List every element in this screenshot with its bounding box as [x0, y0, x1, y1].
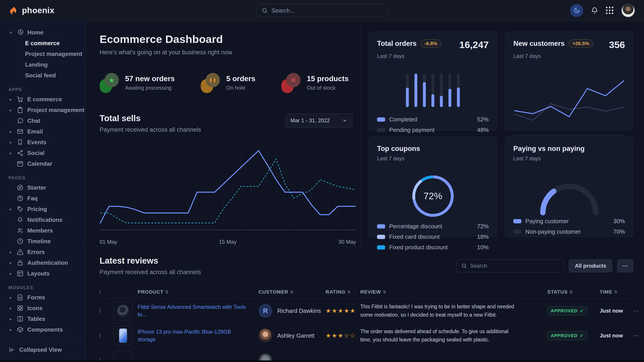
phoenix-flame-icon	[9, 5, 19, 15]
bell-icon	[16, 216, 24, 223]
brand-logo[interactable]: phoenix	[9, 5, 54, 15]
sidebar-item-errors[interactable]: ▸ Errors	[0, 247, 86, 257]
row-checkbox[interactable]	[100, 358, 100, 361]
notifications-button[interactable]	[591, 7, 598, 14]
stat-caption: On hold	[226, 85, 255, 91]
collapse-sidebar-button[interactable]: Collapsed View	[0, 339, 86, 361]
column-header-time[interactable]: TIME⇅	[588, 289, 633, 295]
table-row: Fitbit Sense Advanced Smartwatch with To…	[100, 299, 633, 323]
customer-cell[interactable]: Ashley Garrett	[258, 329, 326, 343]
legend-label: Paying customer	[526, 218, 569, 225]
sidebar-item-calendar[interactable]: Calendar	[0, 158, 86, 169]
sidebar-item-components[interactable]: ▸ Components	[0, 324, 86, 335]
stat-caption: Out of stock	[307, 85, 349, 91]
sidebar-item-social[interactable]: ▸ Social	[0, 148, 86, 158]
sidebar-item-chat[interactable]: Chat	[0, 115, 86, 126]
sidebar-item-landing[interactable]: Landing	[0, 59, 86, 70]
total-sells-x-axis: 01 May 15 May 30 May	[100, 239, 356, 245]
product-link[interactable]: Fitbit Sense Advanced Smartwatch with To…	[138, 303, 258, 318]
sidebar-item-tables[interactable]: ▸ Tables	[0, 314, 86, 324]
x-icon: ✕	[281, 72, 301, 93]
sidebar-item-email[interactable]: ▸ Email	[0, 126, 86, 137]
chat-icon	[16, 117, 24, 124]
sidebar-section-modules: MODULES	[8, 285, 86, 290]
card-value: 356	[609, 39, 625, 50]
reviews-subtitle: Payment received across all channels	[100, 269, 201, 276]
customer-avatar	[258, 354, 272, 361]
user-avatar[interactable]	[621, 3, 635, 17]
orders-bar-chart	[377, 73, 489, 107]
global-search[interactable]	[256, 4, 388, 17]
sidebar-item-e-commerce-app[interactable]: ▸ E commerce	[0, 94, 86, 105]
customer-cell[interactable]: R Richard Dawkins	[258, 304, 326, 318]
stat-caption: Awating processing	[125, 85, 175, 91]
chevron-right-icon: ▸	[8, 327, 13, 332]
sidebar-item-authentication[interactable]: ▸ Authentication	[0, 257, 86, 268]
clipboard-icon	[16, 106, 24, 114]
grid-icon	[16, 305, 24, 312]
sidebar-item-label: Chat	[27, 117, 40, 124]
sidebar-item-project-management-home[interactable]: Project management	[0, 48, 86, 59]
sidebar-item-label: Members	[27, 227, 53, 234]
sidebar-item-label: Faq	[27, 195, 38, 202]
reviews-title: Latest reviews	[100, 256, 201, 266]
all-products-button[interactable]: All products	[569, 259, 612, 272]
sidebar-section-pages: PAGES	[8, 175, 86, 180]
sidebar-item-e-commerce-home[interactable]: E commerce	[0, 38, 86, 48]
theme-toggle-button[interactable]	[570, 4, 583, 17]
sidebar-item-social-feed[interactable]: Social feed	[0, 70, 86, 81]
search-icon	[461, 263, 467, 269]
column-header-review[interactable]: REVIEW⇅	[360, 289, 535, 295]
pie-chart-icon	[16, 29, 24, 36]
sidebar-item-label: Starter	[27, 184, 46, 191]
apps-grid-button[interactable]	[606, 7, 614, 14]
column-header-customer[interactable]: CUSTOMER⇅	[258, 289, 326, 295]
sidebar-item-members[interactable]: Members	[0, 225, 86, 236]
sidebar-item-layouts[interactable]: ▸ Layouts	[0, 268, 86, 279]
sidebar-item-notifications[interactable]: Notifications	[0, 214, 86, 225]
reviews-more-button[interactable]: ⋯	[617, 259, 633, 272]
sidebar-item-project-management-app[interactable]: ▸ Project management	[0, 105, 86, 115]
sidebar-item-label: E commerce	[25, 40, 60, 47]
legend-swatch	[377, 235, 385, 239]
column-header-rating[interactable]: RATING⇅	[326, 289, 360, 295]
alert-triangle-icon	[16, 248, 24, 256]
column-header-status[interactable]: STATUS⇅	[535, 289, 588, 295]
row-menu-button[interactable]: ⋯	[633, 332, 642, 339]
sidebar-item-home[interactable]: ▾ Home	[0, 27, 86, 38]
row-menu-button[interactable]: ⋯	[633, 308, 642, 314]
row-checkbox[interactable]	[100, 308, 100, 313]
chevron-right-icon: ▸	[8, 260, 13, 265]
row-checkbox[interactable]	[100, 333, 100, 338]
search-input[interactable]	[272, 7, 382, 14]
sidebar-item-forms[interactable]: ▸ Forms	[0, 292, 86, 303]
sidebar-item-pricing[interactable]: ▸ Pricing	[0, 204, 86, 214]
reviews-search[interactable]	[456, 259, 564, 272]
legend-value: 70%	[613, 228, 625, 235]
sidebar-item-icons[interactable]: ▸ Icons	[0, 303, 86, 314]
card-title: New customers	[513, 39, 564, 48]
sidebar-nav: ▾ Home E commerce Project management Lan…	[0, 27, 86, 338]
reviews-search-input[interactable]	[470, 263, 559, 269]
sidebar-item-events[interactable]: ▸ Events	[0, 137, 86, 148]
legend-fixed-card-discount: Fixed card discount 18%	[377, 233, 489, 240]
card-period: Last 7 days	[377, 155, 489, 162]
sidebar-item-label: Project management	[27, 107, 84, 114]
sidebar-item-label: Errors	[27, 249, 45, 256]
sidebar-item-faq[interactable]: Faq	[0, 193, 86, 204]
sidebar-item-timeline[interactable]: Timeline	[0, 236, 86, 247]
sidebar-item-label: E commerce	[27, 96, 62, 103]
date-range-select[interactable]: Mar 1 - 31, 2022	[285, 114, 352, 127]
box-icon	[16, 326, 24, 333]
chevron-right-icon: ▸	[8, 129, 13, 134]
nine-dots-icon	[606, 7, 614, 14]
column-header-product[interactable]: PRODUCT⇅	[138, 289, 258, 295]
sidebar-item-starter[interactable]: Starter	[0, 182, 86, 193]
top-navbar: phoenix	[0, 0, 644, 21]
legend-pending: Pending payment 48%	[377, 127, 489, 133]
table-row-partial	[100, 348, 633, 361]
legend-label: Percentage discount	[389, 223, 442, 230]
sort-icon: ⇅	[570, 290, 573, 295]
product-link[interactable]: iPhone 13 pro max-Pacific Blue-128GB sto…	[138, 328, 258, 343]
select-all-checkbox[interactable]	[100, 290, 100, 294]
